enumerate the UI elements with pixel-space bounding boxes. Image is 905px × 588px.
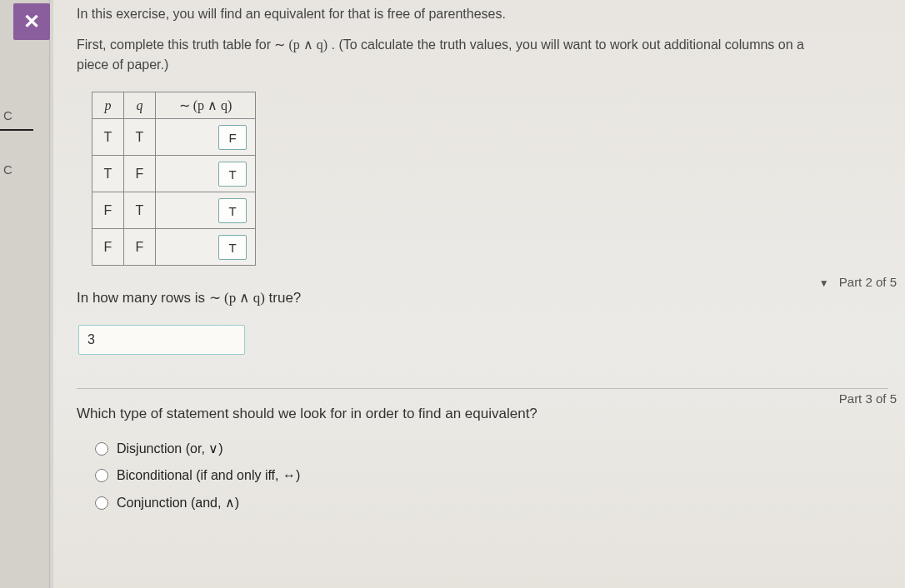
option-label: Conjunction (and, ∧): [117, 495, 239, 511]
q2-expr: ∼ (p ∧ q): [209, 290, 265, 306]
cell-result: T: [156, 156, 256, 192]
radio-disjunction[interactable]: [95, 442, 108, 456]
cell-q: F: [124, 156, 156, 192]
cell-p: T: [92, 156, 124, 192]
instr-a: First, complete this truth table for: [77, 37, 274, 52]
close-icon: ✕: [23, 10, 40, 33]
table-row: T F T: [92, 156, 256, 192]
side-label-2: C: [0, 162, 12, 177]
separator: [77, 388, 888, 389]
hdr-q: q: [137, 98, 143, 112]
cell-p: F: [92, 229, 124, 266]
answer-input[interactable]: [78, 325, 245, 355]
main-content: In this exercise, you will find an equiv…: [53, 0, 905, 588]
cell-p: T: [92, 119, 124, 156]
side-label-1: C: [0, 108, 12, 122]
instr-expr: ∼ (p ∧ q): [274, 37, 328, 52]
cell-result: F: [156, 119, 256, 156]
cell-result: T: [156, 229, 256, 266]
col-expr: ∼ (p ∧ q): [156, 92, 256, 119]
cell-q: T: [124, 119, 156, 156]
close-button[interactable]: ✕: [13, 3, 50, 40]
result-box[interactable]: T: [218, 198, 247, 223]
result-box[interactable]: T: [218, 235, 247, 260]
intro-text: In this exercise, you will find an equiv…: [77, 5, 888, 23]
table-row: F F T: [92, 229, 256, 266]
sidebar: C C: [0, 0, 50, 588]
hdr-p: p: [105, 98, 112, 112]
q2-a: In how many rows is: [77, 290, 209, 306]
part-2-text: Part 2 of 5: [839, 275, 897, 289]
question-3: Which type of statement should we look f…: [77, 406, 888, 422]
option-label: Disjunction (or, ∨): [117, 441, 223, 456]
option-biconditional[interactable]: Biconditional (if and only iff, ↔): [95, 468, 888, 483]
col-q: q: [124, 92, 156, 119]
hdr-expr: ∼ (p ∧ q): [179, 98, 232, 112]
options-group: Disjunction (or, ∨) Biconditional (if an…: [95, 441, 888, 511]
result-box[interactable]: T: [218, 162, 247, 187]
cell-q: F: [124, 229, 156, 266]
table-row: T T F: [92, 119, 256, 156]
col-p: p: [92, 92, 124, 119]
cell-p: F: [92, 192, 124, 229]
part-2-label[interactable]: ▼ Part 2 of 5: [819, 275, 897, 289]
question-2: In how many rows is ∼ (p ∧ q) true?: [77, 289, 888, 306]
radio-biconditional[interactable]: [95, 469, 108, 482]
side-underline: [0, 129, 33, 131]
part-3-text: Part 3 of 5: [839, 391, 897, 406]
truth-table: p q ∼ (p ∧ q) T T F T F T F T T F F T: [92, 92, 256, 266]
table-header-row: p q ∼ (p ∧ q): [92, 92, 256, 119]
table-row: F T T: [92, 192, 256, 229]
option-disjunction[interactable]: Disjunction (or, ∨): [95, 441, 888, 456]
cell-result: T: [156, 192, 256, 229]
chevron-down-icon: ▼: [819, 277, 829, 289]
result-box[interactable]: F: [218, 125, 247, 150]
option-label: Biconditional (if and only iff, ↔): [117, 468, 300, 483]
radio-conjunction[interactable]: [95, 496, 108, 510]
part-3-label[interactable]: Part 3 of 5: [839, 391, 897, 406]
instruction-text: First, complete this truth table for ∼ (…: [77, 35, 888, 75]
option-conjunction[interactable]: Conjunction (and, ∧): [95, 495, 888, 511]
cell-q: T: [124, 192, 156, 229]
q2-b: true?: [269, 290, 302, 306]
